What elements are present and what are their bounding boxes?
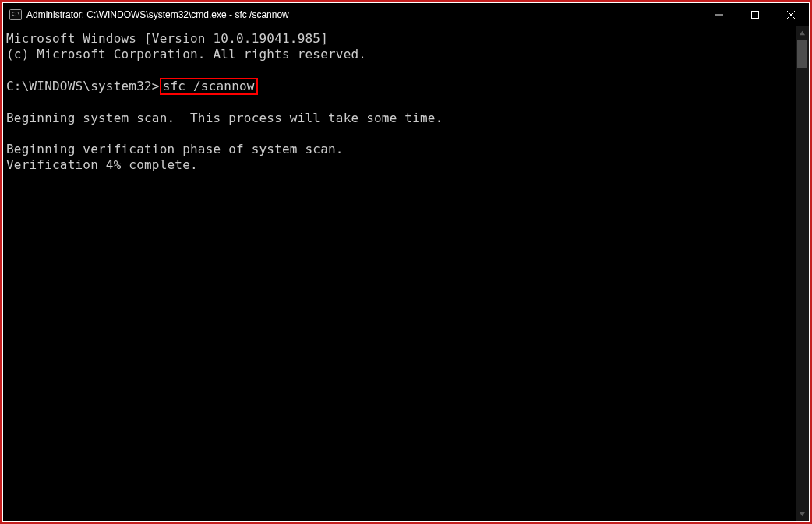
cmd-icon: C:\ xyxy=(9,9,22,21)
cmd-window: C:\ Administrator: C:\WINDOWS\system32\c… xyxy=(3,3,809,521)
titlebar[interactable]: C:\ Administrator: C:\WINDOWS\system32\c… xyxy=(3,3,809,26)
output-line: Beginning verification phase of system s… xyxy=(6,142,344,156)
output-line: Beginning system scan. This process will… xyxy=(6,111,443,125)
minimize-button[interactable] xyxy=(701,3,737,26)
scroll-down-button[interactable] xyxy=(796,508,809,521)
vertical-scrollbar[interactable] xyxy=(796,26,809,521)
svg-rect-3 xyxy=(752,12,759,19)
scrollbar-track[interactable] xyxy=(796,40,809,508)
svg-marker-6 xyxy=(800,31,805,35)
svg-text:C:\: C:\ xyxy=(12,11,20,16)
close-button[interactable] xyxy=(773,3,809,26)
svg-marker-7 xyxy=(800,512,805,516)
prompt-prefix: C:\WINDOWS\system32> xyxy=(6,79,160,93)
client-area: Microsoft Windows [Version 10.0.19041.98… xyxy=(3,26,809,521)
terminal-output[interactable]: Microsoft Windows [Version 10.0.19041.98… xyxy=(3,26,796,521)
scrollbar-thumb[interactable] xyxy=(797,40,807,68)
output-line: Verification 4% complete. xyxy=(6,157,198,172)
output-line: (c) Microsoft Corporation. All rights re… xyxy=(6,47,366,62)
maximize-button[interactable] xyxy=(737,3,773,26)
scroll-up-button[interactable] xyxy=(796,26,809,40)
output-line: Microsoft Windows [Version 10.0.19041.98… xyxy=(6,31,328,46)
window-title: Administrator: C:\WINDOWS\system32\cmd.e… xyxy=(26,9,289,20)
entered-command-highlight: sfc /scannow xyxy=(160,78,258,95)
